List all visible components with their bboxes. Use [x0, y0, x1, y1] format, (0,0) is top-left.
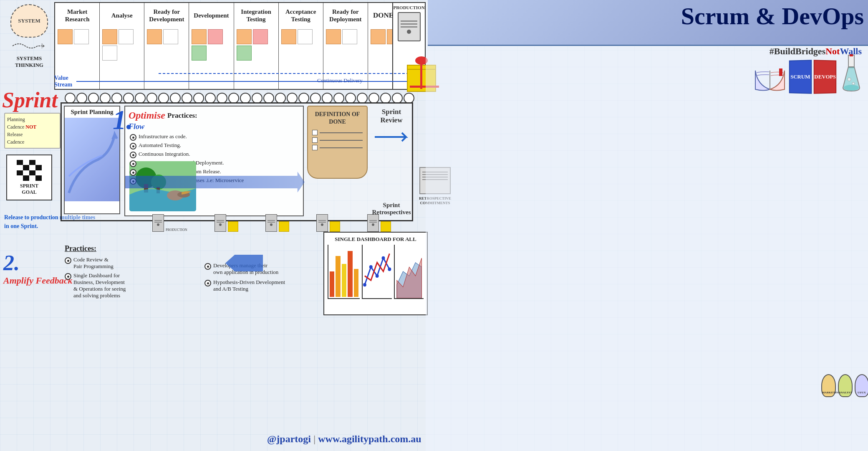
kanban-card: [326, 29, 341, 44]
team-head-analyst: ANALYST: [838, 374, 853, 397]
prod-mini-gift3: [330, 221, 340, 232]
sprint-review-arrow: [373, 129, 410, 145]
scrum-devops-title: Scrum & DevOps: [681, 2, 864, 30]
practices2-list: Code Review & Pair Programming Single Da…: [65, 256, 194, 299]
prod-mini-set-4: [316, 214, 340, 232]
col-header-acceptance: Acceptance Testing: [280, 5, 322, 26]
sprint-planning-visual: [65, 118, 119, 201]
kanban-card: [192, 29, 207, 44]
prod-mini-server3: [265, 214, 277, 232]
optimise-header: Optimise: [129, 110, 165, 121]
cadence2-label: Cadence: [7, 139, 24, 145]
kanban-card: [74, 29, 89, 44]
right-panel: Scrum & DevOps #BuildBridgesNotWalls 3. …: [426, 0, 868, 451]
practices2-header: Practices:: [65, 244, 194, 253]
practice-text: Single Dashboard for Business, Developme…: [73, 272, 126, 299]
optimise-sub: Practices:: [167, 111, 197, 120]
book-devops: DEVOPS: [814, 60, 836, 94]
amplify-number: 2.: [3, 251, 73, 275]
kanban-card: [119, 29, 134, 44]
cadence-label: Cadence: [7, 124, 24, 130]
sprint-label: Sprint: [2, 88, 58, 112]
team-figure-uiux: UI/UX: [855, 374, 868, 397]
release-cadence-label: Release: [7, 132, 23, 137]
optimise-flow-label: Flow: [129, 122, 300, 131]
team-head-uiux: UI/UX: [855, 374, 868, 397]
bar: [330, 271, 334, 297]
prod-mini-set-3: [265, 214, 289, 232]
list-item: Automated Testing.: [130, 142, 300, 149]
list-item: Infrastructure as code.: [130, 133, 300, 141]
kanban-card: [298, 29, 313, 44]
continuous-delivery-label: Continuous Delivery: [317, 77, 363, 84]
bar: [336, 256, 340, 297]
main-container: SYSTEM SYSTEMS THINKING Market Research …: [0, 0, 868, 451]
dod-title: DEFINITION OF DONE: [312, 111, 363, 126]
system-label: SYSTEM: [18, 18, 40, 24]
bullet-icon: [65, 257, 71, 264]
sprint-cadence-box: Planning Cadence NOT Release Cadence: [4, 113, 61, 149]
practices2-area: Practices: Code Review & Pair Programmin…: [65, 244, 194, 302]
dod-item-1: [312, 130, 363, 135]
svg-point-11: [388, 267, 391, 271]
checkered-flag: [17, 160, 42, 181]
bar-chart: [328, 245, 360, 299]
open-book: [753, 66, 787, 94]
practice-text: Infrastructure as code.: [139, 133, 187, 140]
area-chart-svg: [395, 245, 424, 298]
prod-mini-set-2: [214, 214, 238, 232]
amplify-feedback-area: 2. Amplify Feedback: [3, 251, 73, 286]
list-item: Code Review & Pair Programming: [65, 256, 194, 270]
production-mini-row: PRODUCTION: [152, 214, 391, 232]
line-chart: [362, 245, 391, 299]
kanban-card: [208, 29, 223, 44]
sprint-cadence-text: Planning Cadence NOT Release Cadence: [7, 116, 58, 146]
gift-ribbon-v: [420, 58, 422, 89]
practice-text: Automated Testing.: [139, 142, 181, 149]
prod-mini-gift2: [279, 221, 289, 232]
practice-text: Code Review & Pair Programming: [73, 256, 114, 270]
practice-text: Continuous Integration.: [139, 151, 190, 157]
sprint-planning-label: Sprint Planning: [65, 106, 119, 118]
svg-point-19: [852, 82, 855, 85]
kanban-card: [281, 29, 296, 44]
server-box: [398, 12, 421, 41]
dod-item-3: [312, 145, 363, 150]
team-role-label: MARKETING: [822, 391, 835, 394]
brain-circle: SYSTEM: [10, 4, 48, 38]
svg-point-10: [382, 256, 385, 260]
sprint-goal-text: SPRINT GOAL: [20, 183, 38, 195]
bullet-icon: [130, 169, 136, 176]
svg-point-9: [376, 274, 379, 278]
team-figure-marketing: MARKETING: [821, 374, 836, 397]
kanban-card: [102, 46, 117, 61]
col-header-integration: Integration Testing: [235, 5, 277, 26]
sprint-planning-box: Sprint Planning: [64, 106, 120, 214]
bullet-icon: [130, 160, 136, 167]
sprint-review-label: Sprint Review: [371, 108, 412, 124]
dashboard-charts: [328, 245, 424, 307]
col-header-ready-dev: Ready for Development: [146, 5, 187, 26]
team-role-label: ANALYST: [839, 391, 852, 394]
dod-item-2: [312, 137, 363, 143]
systems-thinking-area: SYSTEM SYSTEMS THINKING: [2, 4, 56, 68]
prod-mini-set-5: [367, 214, 391, 232]
col-header-market-research: Market Research: [56, 5, 98, 26]
sprint-goal-box: SPRINT GOAL: [6, 155, 52, 200]
dashboard-box: SINGLE DASHBOARD FOR ALL: [323, 232, 428, 315]
team-role-label: UI/UX: [855, 391, 868, 394]
kanban-card: [163, 29, 178, 44]
bullet-icon: [130, 134, 136, 141]
bar: [354, 269, 358, 297]
dashed-value-stream-arrow: [159, 73, 409, 74]
list-item: Continuous Integration.: [130, 151, 300, 158]
col-header-ready-deploy: Ready for Deployment: [325, 5, 366, 26]
list-item: Hypothesis-Driven Development and A/B Te…: [204, 279, 315, 292]
dod-checkbox: [312, 137, 318, 143]
kanban-card: [58, 29, 73, 44]
svg-rect-20: [850, 54, 853, 56]
svg-point-7: [363, 283, 366, 287]
col-header-development: Development: [190, 5, 232, 26]
prod-mini-set-1: PRODUCTION: [152, 214, 187, 232]
flask-svg: [841, 54, 862, 92]
